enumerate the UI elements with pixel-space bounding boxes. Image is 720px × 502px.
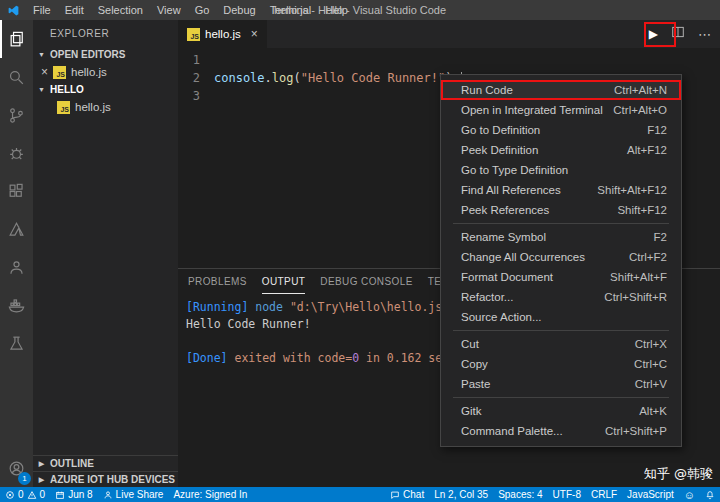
menu-go[interactable]: Go — [188, 0, 217, 20]
menu-view[interactable]: View — [150, 0, 188, 20]
activity-bar: 1 — [0, 20, 33, 487]
output-token: [Done] — [186, 351, 234, 365]
cursor-position[interactable]: Ln 2, Col 35 — [429, 487, 493, 502]
js-file-icon: JS — [187, 28, 200, 41]
menu-item-cut[interactable]: Cut Ctrl+X — [441, 334, 681, 354]
indentation-status[interactable]: Spaces: 4 — [493, 487, 547, 502]
menu-item-format-document[interactable]: Format Document Shift+Alt+F — [441, 267, 681, 287]
explorer-icon[interactable] — [0, 20, 33, 58]
azure-signin-status[interactable]: Azure: Signed In — [168, 487, 252, 502]
menu-selection[interactable]: Selection — [91, 0, 150, 20]
menu-terminal[interactable]: Terminal — [263, 0, 319, 20]
menu-separator — [453, 223, 669, 224]
menu-item-label: Cut — [461, 338, 479, 350]
vscode-logo-icon — [6, 4, 21, 17]
menu-item-go-to-definition[interactable]: Go to Definition F12 — [441, 120, 681, 140]
menu-edit[interactable]: Edit — [58, 0, 91, 20]
status-bar-right: Chat Ln 2, Col 35 Spaces: 4 UTF-8 CRLF J… — [385, 487, 720, 502]
source-control-icon[interactable] — [0, 96, 33, 134]
menu-item-shortcut: Shift+F12 — [617, 204, 667, 216]
error-count: 0 — [18, 489, 24, 500]
search-icon[interactable] — [0, 58, 33, 96]
outline-section-header[interactable]: ▶ OUTLINE — [33, 455, 178, 471]
error-icon — [5, 490, 15, 500]
tab-debug-console[interactable]: DEBUG CONSOLE — [320, 269, 412, 294]
live-share-button[interactable]: Live Share — [98, 487, 169, 502]
docker-icon[interactable] — [0, 286, 33, 324]
menu-item-change-all-occurrences[interactable]: Change All Occurrences Ctrl+F2 — [441, 247, 681, 267]
menu-item-label: Go to Type Definition — [461, 164, 568, 176]
sidebar-bottom-sections: ▶ OUTLINE ▶ AZURE IOT HUB DEVICES — [33, 455, 178, 487]
menu-item-copy[interactable]: Copy Ctrl+C — [441, 354, 681, 374]
language-mode[interactable]: JavaScript — [622, 487, 679, 502]
menu-item-go-to-type-definition[interactable]: Go to Type Definition — [441, 160, 681, 180]
azure-icon[interactable] — [0, 210, 33, 248]
notifications-bell-icon[interactable] — [700, 487, 720, 502]
menu-item-gitk[interactable]: Gitk Alt+K — [441, 401, 681, 421]
accounts-icon[interactable]: 1 — [0, 449, 33, 487]
menu-item-refactor[interactable]: Refactor... Ctrl+Shift+R — [441, 287, 681, 307]
open-editor-item-hello-js[interactable]: × JS hello.js — [33, 63, 178, 81]
menu-item-label: Rename Symbol — [461, 231, 546, 243]
menu-item-peek-references[interactable]: Peek References Shift+F12 — [441, 200, 681, 220]
tab-problems[interactable]: PROBLEMS — [188, 269, 247, 294]
menu-item-shortcut: Alt+K — [639, 405, 667, 417]
tab-close-icon[interactable]: × — [251, 29, 258, 39]
tab-output[interactable]: OUTPUT — [262, 269, 306, 294]
live-share-label: Live Share — [116, 489, 164, 500]
open-editors-header[interactable]: ▼ OPEN EDITORS — [33, 46, 178, 63]
folder-hello-header[interactable]: ▼ HELLO — [33, 81, 178, 98]
menu-help[interactable]: Help — [318, 0, 355, 20]
menu-item-open-in-integrated-terminal[interactable]: Open in Integrated Terminal Ctrl+Alt+O — [441, 100, 681, 120]
menu-item-shortcut: Shift+Alt+F — [610, 271, 667, 283]
output-token: Hello Code Runner! — [186, 317, 311, 331]
tree-item-filename: hello.js — [75, 101, 111, 113]
menu-item-shortcut: Ctrl+F2 — [629, 251, 667, 263]
open-editor-filename: hello.js — [71, 66, 107, 78]
live-share-icon — [103, 490, 113, 500]
more-actions-icon[interactable]: ⋯ — [698, 27, 712, 42]
encoding-status[interactable]: UTF-8 — [548, 487, 586, 502]
warning-icon — [27, 490, 37, 500]
azure-iot-section-header[interactable]: ▶ AZURE IOT HUB DEVICES — [33, 471, 178, 487]
menu-item-paste[interactable]: Paste Ctrl+V — [441, 374, 681, 394]
chevron-right-icon: ▶ — [37, 460, 46, 468]
run-button-annotation — [644, 22, 676, 47]
chat-button[interactable]: Chat — [385, 487, 429, 502]
code-line-1: 1 — [178, 51, 720, 69]
menu-item-shortcut: F12 — [647, 124, 667, 136]
menu-item-shortcut: Ctrl+Alt+O — [613, 104, 667, 116]
close-icon[interactable]: × — [41, 67, 48, 77]
chat-label: Chat — [403, 489, 424, 500]
chat-icon — [390, 490, 400, 500]
menu-item-rename-symbol[interactable]: Rename Symbol F2 — [441, 227, 681, 247]
menu-item-label: Paste — [461, 378, 490, 390]
date-text: Jun 8 — [68, 489, 92, 500]
menu-file[interactable]: File — [26, 0, 58, 20]
tab-hello-js[interactable]: JS hello.js × — [178, 20, 267, 48]
menu-debug[interactable]: Debug — [216, 0, 262, 20]
problems-status[interactable]: 0 0 — [0, 487, 50, 502]
debug-icon[interactable] — [0, 134, 33, 172]
menu-item-label: Peek References — [461, 204, 549, 216]
date-status[interactable]: Jun 8 — [50, 487, 97, 502]
feedback-smiley-icon[interactable]: ☺ — [679, 487, 700, 502]
menu-item-label: Open in Integrated Terminal — [461, 104, 603, 116]
output-token: "d:\Try\Hello\hello.js" — [290, 300, 449, 314]
menu-item-find-all-references[interactable]: Find All References Shift+Alt+F12 — [441, 180, 681, 200]
menu-item-run-code[interactable]: Run Code Ctrl+Alt+N — [441, 80, 681, 100]
remote-icon[interactable] — [0, 248, 33, 286]
menu-item-source-action[interactable]: Source Action... — [441, 307, 681, 327]
explorer-sidebar: EXPLORER ▼ OPEN EDITORS × JS hello.js ▼ … — [33, 20, 178, 487]
menu-item-label: Find All References — [461, 184, 561, 196]
chevron-down-icon: ▼ — [37, 51, 46, 58]
menu-item-peek-definition[interactable]: Peek Definition Alt+F12 — [441, 140, 681, 160]
test-icon[interactable] — [0, 324, 33, 362]
code-text: console.log("Hello Code Runner!"); — [214, 69, 462, 87]
menu-item-command-palette[interactable]: Command Palette... Ctrl+Shift+P — [441, 421, 681, 441]
eol-status[interactable]: CRLF — [586, 487, 622, 502]
extensions-icon[interactable] — [0, 172, 33, 210]
warning-count: 0 — [40, 489, 46, 500]
tree-item-hello-js[interactable]: JS hello.js — [33, 98, 178, 116]
editor-tab-bar: JS hello.js × ▶ ⋯ — [178, 20, 720, 48]
